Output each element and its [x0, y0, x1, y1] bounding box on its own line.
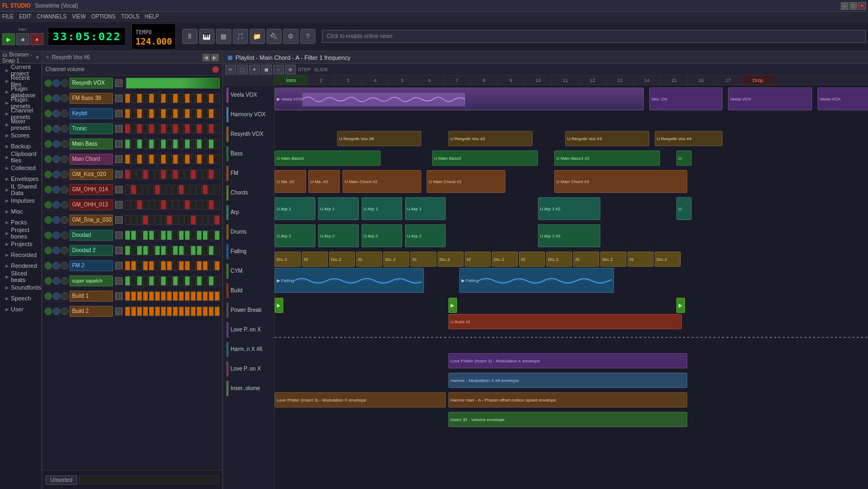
ruler-mark-10[interactable]: 10: [524, 76, 552, 85]
menu-tools[interactable]: TOOLS: [121, 14, 140, 20]
ch-mute-btn-11[interactable]: [61, 247, 68, 254]
ch-active-btn-5[interactable]: [45, 155, 52, 163]
ch-solo-btn-1[interactable]: [53, 95, 60, 102]
ch-vol-6[interactable]: [115, 171, 123, 178]
step-1-9[interactable]: [173, 93, 178, 103]
step-1-6[interactable]: [155, 93, 160, 103]
browser-button[interactable]: 📁: [250, 29, 265, 44]
ch-name-keybit[interactable]: Keybit: [69, 108, 113, 119]
ch-active-btn-9[interactable]: [45, 216, 52, 224]
help-button[interactable]: ?: [300, 29, 315, 44]
track-label-harm-n[interactable]: Harm..n X #6: [223, 340, 274, 359]
step-1-14[interactable]: [202, 93, 208, 103]
ch-solo-btn-14[interactable]: [53, 292, 60, 300]
block-fm-1[interactable]: U Ma..#2: [275, 170, 306, 193]
block-bass-4[interactable]: U: [676, 151, 692, 166]
ch-mute-btn-14[interactable]: [61, 292, 68, 300]
menu-edit[interactable]: EDIT: [19, 14, 31, 20]
ch-mute-btn-12[interactable]: [61, 262, 68, 269]
ruler-mark-11[interactable]: 11: [552, 76, 579, 85]
browser-item-recent-files[interactable]: Recent files: [0, 76, 41, 86]
ruler-mark-3[interactable]: 3: [334, 76, 362, 85]
track-label-love-p2[interactable]: Love P..on X: [223, 359, 274, 379]
block-chord-2[interactable]: U Arp 1: [318, 197, 359, 220]
step-1-3[interactable]: [137, 93, 142, 103]
ch-active-btn-4[interactable]: [45, 140, 52, 148]
block-bass-1[interactable]: U Main Bass3: [275, 151, 381, 166]
block-drum-5[interactable]: Dru..2: [383, 252, 409, 267]
ch-mute-btn-9[interactable]: [61, 216, 68, 224]
step-2-11[interactable]: [185, 109, 190, 118]
step-2-13[interactable]: [197, 109, 202, 118]
step-2-3[interactable]: [137, 109, 142, 118]
block-drum-11[interactable]: Dru..2: [546, 252, 572, 267]
tool-zoom[interactable]: ⊕: [285, 65, 296, 74]
block-veela-2[interactable]: Vee..OX: [649, 87, 723, 110]
step-1-15[interactable]: [208, 93, 214, 103]
block-drum-12[interactable]: #2: [573, 252, 599, 267]
step-2-9[interactable]: [173, 109, 178, 118]
ch-vol-9[interactable]: [115, 216, 123, 224]
block-veela-1[interactable]: ▶ Veela VOX: [275, 87, 644, 110]
tool-slip[interactable]: ↔: [273, 65, 284, 74]
menu-help[interactable]: HELP: [145, 14, 159, 20]
menu-file[interactable]: FILE: [2, 14, 14, 20]
menu-view[interactable]: VIEW: [72, 14, 86, 20]
browser-item-user[interactable]: User: [0, 304, 41, 315]
ch-active-btn-11[interactable]: [45, 247, 52, 254]
track-label-cym[interactable]: CYM: [223, 261, 274, 281]
ch-active-btn-10[interactable]: [45, 231, 52, 239]
block-falling-1[interactable]: ▶ Falling: [275, 268, 424, 293]
ch-mute-btn-15[interactable]: [61, 308, 68, 315]
step-1-11[interactable]: [185, 93, 190, 103]
track-label-love-p[interactable]: Love P..on X: [223, 320, 274, 340]
ruler-mark-intro[interactable]: Intro: [275, 76, 307, 85]
track-label-arp[interactable]: Arp: [223, 203, 274, 222]
step-1-12[interactable]: [191, 93, 196, 103]
settings-button[interactable]: ⚙: [283, 29, 299, 44]
browser-close-button[interactable]: ×: [36, 54, 39, 60]
ch-vol-12[interactable]: [115, 262, 123, 269]
ruler-mark-15[interactable]: 15: [660, 76, 687, 85]
step-2-14[interactable]: [202, 109, 208, 118]
track-label-bass[interactable]: Bass: [223, 144, 274, 164]
ch-mute-btn-3[interactable]: [61, 125, 68, 133]
ch-solo-btn-4[interactable]: [53, 140, 60, 148]
ch-vol-1[interactable]: [115, 95, 123, 102]
ch-name-main-chord[interactable]: Main Chord: [69, 154, 113, 165]
block-love-p2-2[interactable]: Harmor riser - A - Phaser offset motion …: [448, 392, 687, 408]
step-1-7[interactable]: [161, 93, 166, 103]
step-1-8[interactable]: [167, 93, 172, 103]
step-1-10[interactable]: [179, 93, 184, 103]
news-bar[interactable]: Click to enable online news: [322, 30, 866, 43]
ch-solo-btn-10[interactable]: [53, 231, 60, 239]
ch-vol-5[interactable]: [115, 155, 123, 163]
browser-item-plugin-database[interactable]: Plugin database: [0, 86, 41, 97]
channel-rack-scroll-right[interactable]: ▶: [211, 54, 219, 61]
browser-item-channel-presets[interactable]: Channel presets: [0, 108, 41, 119]
ch-vol-0[interactable]: [115, 79, 123, 87]
ch-solo-btn-0[interactable]: [53, 79, 60, 87]
block-cym-3[interactable]: ▶: [676, 298, 685, 313]
step-2-2[interactable]: [131, 109, 136, 118]
tool-mute[interactable]: ◼: [261, 65, 272, 74]
ch-name-build2[interactable]: Build 2: [69, 306, 113, 317]
block-bass-2[interactable]: U Main Bass3: [432, 151, 538, 166]
close-button[interactable]: ×: [858, 2, 866, 10]
step-1-2[interactable]: [131, 93, 136, 103]
mixer-button[interactable]: 🎚: [182, 29, 198, 44]
browser-item-il-shared-data[interactable]: IL Shared Data: [0, 184, 41, 195]
ch-name-main-bass[interactable]: Main Bass: [69, 139, 113, 149]
block-cym-1[interactable]: ▶: [275, 298, 283, 313]
rack-scroll-bar[interactable]: [79, 475, 218, 484]
block-fm-2[interactable]: U Ma..#2: [308, 170, 340, 193]
ch-name-gm-kick[interactable]: GM_Kick_020: [69, 169, 113, 180]
step-1-5[interactable]: [149, 93, 154, 103]
ch-active-btn-13[interactable]: [45, 277, 52, 285]
ch-mute-btn-1[interactable]: [61, 95, 68, 102]
block-resynth-4[interactable]: U Resynth Vox #4: [655, 131, 723, 146]
browser-item-sliced-beats[interactable]: Sliced beats: [0, 271, 41, 282]
browser-item-project-bones[interactable]: Project bones: [0, 228, 41, 239]
ruler-mark-7[interactable]: 7: [443, 76, 470, 85]
ruler-mark-16[interactable]: 16: [687, 76, 714, 85]
